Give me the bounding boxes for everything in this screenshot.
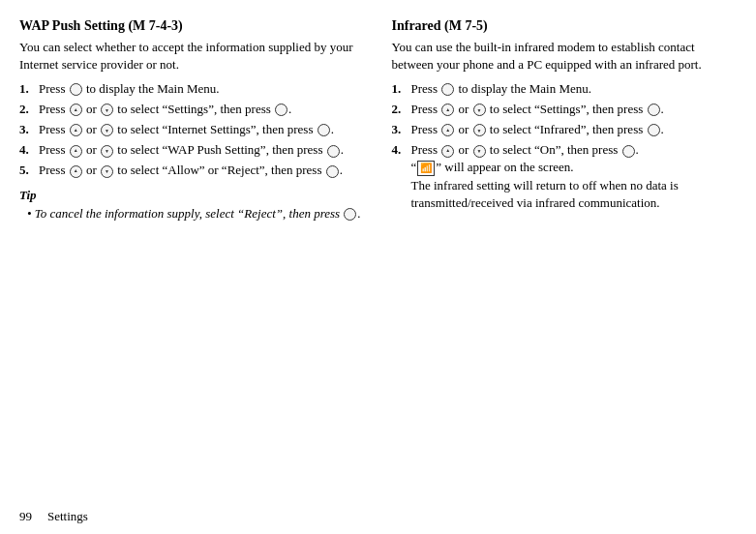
nav-up-icon-4r <box>441 145 454 158</box>
left-step-2-num: 2. <box>19 101 37 118</box>
tip-bullet: • <box>27 206 32 221</box>
right-step-4-content: Press or to select “On”, then press . “📶… <box>411 141 738 212</box>
left-step-3-num: 3. <box>19 121 37 138</box>
tip-body: To cancel the information supply, select… <box>35 206 340 221</box>
nav-up-icon-2r <box>441 104 454 116</box>
page-number: 99 <box>19 509 32 524</box>
footer: 99 Settings <box>19 503 737 524</box>
select-btn-2l <box>275 104 287 116</box>
right-step-2-content: Press or to select “Settings”, then pres… <box>411 101 738 118</box>
select-btn-2r <box>648 104 660 116</box>
nav-up-icon-5l <box>70 165 82 178</box>
main-button-icon-1 <box>70 83 82 96</box>
nav-up-icon-3r <box>441 124 454 136</box>
right-step-2: 2. Press or to select “Settings”, then p… <box>392 101 738 118</box>
left-section-intro: You can select whether to accept the inf… <box>19 39 365 74</box>
left-step-5-content: Press or to select “Allow” or “Reject”, … <box>39 162 365 179</box>
select-btn-4l <box>327 145 340 158</box>
tip-section: Tip • To cancel the information supply, … <box>19 188 365 222</box>
left-column: WAP Push Setting (M 7-4-3) You can selec… <box>19 17 365 503</box>
left-step-4: 4. Press or to select “WAP Push Setting”… <box>19 141 365 159</box>
nav-down-icon-4l <box>101 145 113 158</box>
left-step-1-num: 1. <box>19 80 37 98</box>
right-step-4: 4. Press or to select “On”, then press .… <box>392 141 738 212</box>
left-step-2: 2. Press or to select “Settings”, then p… <box>19 101 365 118</box>
right-column: Infrared (M 7-5) You can use the built-i… <box>392 17 738 503</box>
left-step-5-num: 5. <box>19 162 37 179</box>
select-btn-3r <box>648 124 660 136</box>
left-step-4-num: 4. <box>19 141 37 159</box>
left-step-3-content: Press or to select “Internet Settings”, … <box>39 121 365 138</box>
tip-end: . <box>357 206 360 221</box>
tip-title: Tip <box>19 188 365 203</box>
left-section-title: WAP Push Setting (M 7-4-3) <box>19 17 365 35</box>
nav-down-icon-3l <box>101 124 113 136</box>
right-steps-list: 1. Press to display the Main Menu. 2. Pr… <box>392 80 738 212</box>
main-button-icon-r1 <box>441 83 454 96</box>
right-step-3: 3. Press or to select “Infrared”, then p… <box>392 121 738 138</box>
nav-up-icon-4l <box>70 145 82 158</box>
infrared-icon: 📶 <box>417 161 435 176</box>
select-btn-3l <box>318 124 330 136</box>
nav-down-icon-2l <box>101 104 113 116</box>
nav-down-icon-2r <box>473 104 486 116</box>
left-steps-list: 1. Press to display the Main Menu. 2. Pr… <box>19 80 365 180</box>
tip-btn-icon <box>344 208 356 221</box>
columns: WAP Push Setting (M 7-4-3) You can selec… <box>19 17 737 503</box>
nav-up-icon-3l <box>70 124 82 136</box>
left-step-5: 5. Press or to select “Allow” or “Reject… <box>19 162 365 179</box>
right-step-1: 1. Press to display the Main Menu. <box>392 80 738 98</box>
right-section-intro: You can use the built-in infrared modem … <box>392 39 738 74</box>
left-step-3: 3. Press or to select “Internet Settings… <box>19 121 365 138</box>
nav-down-icon-4r <box>473 145 486 158</box>
left-step-2-content: Press or to select “Settings”, then pres… <box>39 101 365 118</box>
right-section-title: Infrared (M 7-5) <box>392 17 738 35</box>
tip-text: • To cancel the information supply, sele… <box>19 205 365 222</box>
footer-label: Settings <box>47 509 88 524</box>
select-btn-5l <box>326 165 339 178</box>
nav-down-icon-3r <box>473 124 486 136</box>
right-step-3-num: 3. <box>392 121 409 138</box>
left-step-1: 1. Press to display the Main Menu. <box>19 80 365 98</box>
right-step-1-content: Press to display the Main Menu. <box>411 80 738 98</box>
select-btn-4r <box>622 145 635 158</box>
nav-down-icon-5l <box>101 165 113 178</box>
right-step-3-content: Press or to select “Infrared”, then pres… <box>411 121 738 138</box>
left-step-4-content: Press or to select “WAP Push Setting”, t… <box>39 141 365 159</box>
right-step-2-num: 2. <box>392 101 409 118</box>
nav-up-icon-2l <box>70 104 82 116</box>
left-step-1-content: Press to display the Main Menu. <box>39 80 365 98</box>
right-step-1-num: 1. <box>392 80 409 98</box>
right-step-4-num: 4. <box>392 141 409 159</box>
page-container: WAP Push Setting (M 7-4-3) You can selec… <box>0 0 756 534</box>
